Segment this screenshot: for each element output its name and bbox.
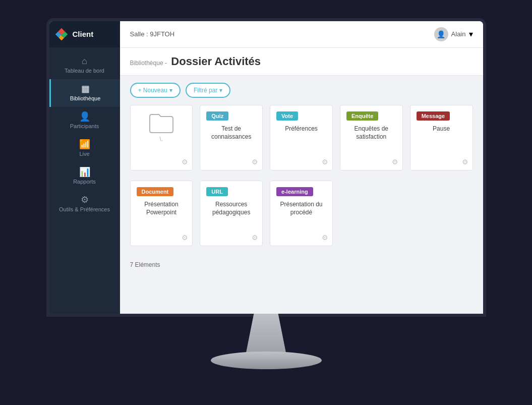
card-message-title: Pause — [433, 125, 450, 164]
library-icon: ▦ — [81, 84, 90, 93]
gear-icon[interactable]: ⚙ — [252, 234, 258, 242]
badge-vote: Vote — [276, 111, 298, 121]
logo-diamond-icon — [54, 27, 69, 41]
sidebar-label-live: Live — [79, 151, 89, 157]
user-area[interactable]: 👤 Alain ▾ — [434, 27, 473, 41]
card-folder[interactable]: \. ⚙ — [130, 105, 193, 170]
footer-count: 7 Eléments — [120, 256, 483, 273]
card-url-title: Ressources pédagogiques — [206, 200, 256, 240]
user-icon: 👤 — [79, 112, 90, 121]
sidebar-item-participants[interactable]: 👤 Participants — [49, 107, 120, 135]
logo-text: Client — [73, 30, 94, 38]
card-message[interactable]: Message Pause ⚙ — [410, 105, 473, 170]
header: Salle : 9JFTOH 👤 Alain ▾ — [120, 21, 483, 48]
sidebar-nav: ⌂ Tableau de bord ▦ Bibliothèque 👤 Parti… — [49, 47, 120, 218]
logo[interactable]: Client — [49, 21, 120, 47]
chevron-down-icon: ▾ — [469, 29, 473, 39]
card-url[interactable]: URL Ressources pédagogiques ⚙ — [200, 181, 263, 246]
card-document-title: Présentation Powerpoint — [137, 200, 187, 240]
gear-icon[interactable]: ⚙ — [322, 234, 328, 242]
sidebar-item-tableau[interactable]: ⌂ Tableau de bord — [49, 51, 120, 79]
badge-url: URL — [206, 187, 228, 196]
sidebar-item-live[interactable]: 📶 Live — [49, 135, 120, 162]
breadcrumb: Bibliothèque - Dossier Activités — [120, 48, 483, 76]
monitor-stand-neck — [246, 314, 286, 354]
gear-icon[interactable]: ⚙ — [462, 158, 468, 166]
folder-icon — [149, 111, 174, 134]
sidebar-item-outils[interactable]: ⚙ Outils & Préférences — [49, 190, 120, 218]
gear-icon: ⚙ — [81, 195, 89, 204]
monitor-stand-base — [211, 352, 322, 369]
badge-elearning: e-learning — [276, 187, 313, 196]
folder-content: \. — [149, 111, 174, 143]
reports-icon: 📊 — [79, 167, 90, 177]
badge-document: Document — [137, 187, 174, 196]
card-enquete-title: Enquêtes de satisfaction — [346, 125, 396, 164]
sidebar-label-rapports: Rapports — [73, 179, 96, 185]
gear-icon[interactable]: ⚙ — [182, 234, 188, 242]
gear-icon[interactable]: ⚙ — [322, 158, 328, 166]
gear-icon[interactable]: ⚙ — [252, 158, 258, 166]
avatar: 👤 — [434, 27, 448, 41]
card-quiz[interactable]: Quiz Test de connaissances ⚙ — [200, 105, 263, 170]
cards-row1: \. ⚙ Quiz Test de connaissances ⚙ V — [120, 105, 483, 181]
card-elearning-title: Présentation du procédé — [276, 200, 326, 240]
breadcrumb-prefix: Bibliothèque - — [130, 60, 167, 67]
sidebar: Client ⌂ Tableau de bord ▦ Bibliothèque … — [49, 21, 120, 314]
gear-icon[interactable]: ⚙ — [392, 158, 398, 166]
badge-quiz: Quiz — [206, 111, 228, 121]
sidebar-label-participants: Participants — [70, 123, 99, 130]
folder-path: \. — [160, 136, 163, 143]
toolbar: + Nouveau ▾ Filtré par ▾ — [120, 76, 483, 105]
user-name: Alain — [451, 30, 466, 38]
live-icon: 📶 — [79, 140, 90, 149]
new-button-label: + Nouveau — [138, 87, 167, 94]
card-enquete[interactable]: Enquête Enquêtes de satisfaction ⚙ — [340, 105, 403, 170]
page-title: Dossier Activités — [171, 55, 261, 68]
card-document[interactable]: Document Présentation Powerpoint ⚙ — [130, 181, 193, 246]
badge-message: Message — [417, 111, 450, 121]
badge-enquete: Enquête — [346, 111, 378, 121]
card-elearning[interactable]: e-learning Présentation du procédé ⚙ — [270, 181, 333, 246]
salle-label: Salle : 9JFTOH — [130, 30, 175, 38]
sidebar-label-outils: Outils & Préférences — [59, 206, 110, 213]
filter-button-label: Filtré par — [194, 87, 217, 94]
card-quiz-title: Test de connaissances — [206, 125, 256, 164]
sidebar-label-tableau: Tableau de bord — [65, 68, 104, 74]
cards-row2: Document Présentation Powerpoint ⚙ URL R… — [120, 181, 483, 256]
count-label: 7 Eléments — [130, 261, 160, 268]
chevron-down-icon: ▾ — [219, 87, 222, 94]
card-vote[interactable]: Vote Préférences ⚙ — [270, 105, 333, 170]
card-vote-title: Préférences — [285, 125, 318, 164]
chevron-down-icon: ▾ — [169, 87, 172, 94]
filter-button[interactable]: Filtré par ▾ — [186, 83, 230, 98]
home-icon: ⌂ — [82, 56, 87, 66]
main-content: Salle : 9JFTOH 👤 Alain ▾ Bibliothèque - … — [120, 21, 483, 314]
sidebar-item-rapports[interactable]: 📊 Rapports — [49, 162, 120, 190]
sidebar-label-bibliotheque: Bibliothèque — [70, 95, 101, 102]
new-button[interactable]: + Nouveau ▾ — [130, 83, 181, 98]
gear-icon[interactable]: ⚙ — [182, 158, 188, 166]
content-area: Bibliothèque - Dossier Activités + Nouve… — [120, 48, 483, 314]
sidebar-item-bibliotheque[interactable]: ▦ Bibliothèque — [49, 79, 120, 107]
